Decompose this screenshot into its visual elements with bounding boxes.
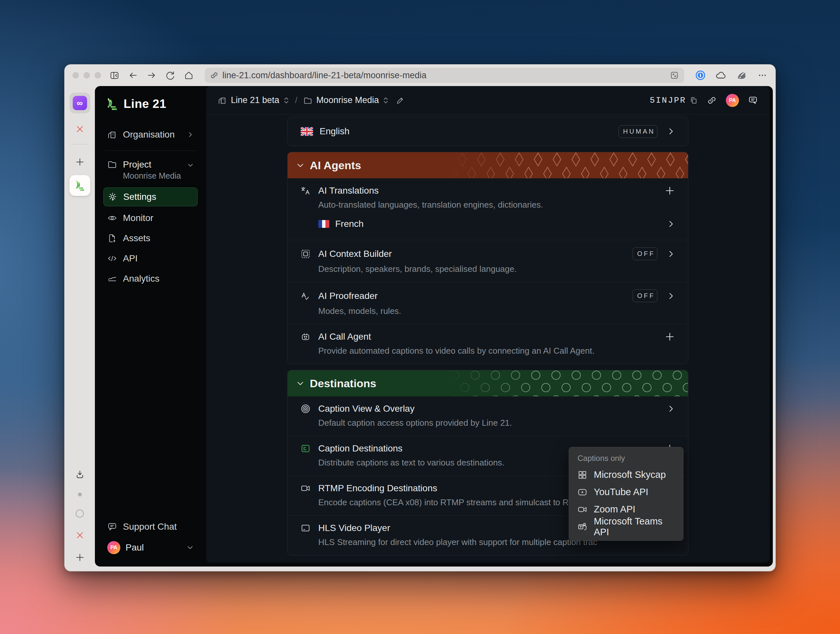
breadcrumb-project[interactable]: Moonrise Media	[303, 95, 389, 105]
sidebar-item-support-chat[interactable]: Support Chat	[103, 518, 197, 535]
organisation-icon	[218, 96, 227, 105]
collapse-chevron-icon[interactable]	[296, 161, 305, 169]
destinations-section-header[interactable]: Destinations	[287, 370, 688, 396]
setting-row-ai-proofreader[interactable]: AI Proofreader OFF Modes, models, rules.	[287, 282, 688, 324]
tabstrip-dot-indicator	[78, 492, 82, 497]
ai-agents-card: AI Agents AI Translations Auto-translate…	[287, 152, 688, 364]
setting-subtitle: Default caption access options provided …	[318, 418, 675, 428]
sidebar-item-analytics[interactable]: Analytics	[103, 270, 197, 287]
section-title: AI Agents	[310, 159, 361, 172]
select-chevrons-icon	[283, 97, 289, 104]
sidebar-project-selector[interactable]: Project Moonrise Media	[103, 159, 197, 181]
sidebar-item-label: Support Chat	[123, 522, 177, 532]
tabstrip-circle-button[interactable]	[76, 509, 84, 517]
forward-icon[interactable]	[147, 70, 156, 80]
off-badge: OFF	[633, 248, 657, 260]
edit-pencil-icon[interactable]	[396, 96, 404, 105]
proofreader-icon	[301, 291, 310, 301]
language-row-french[interactable]: French	[318, 216, 675, 232]
menu-item-zoom-api[interactable]: Zoom API	[569, 501, 683, 518]
downloads-icon[interactable]	[75, 470, 85, 479]
privacy-badger-icon[interactable]	[736, 70, 747, 81]
chevron-down-icon	[187, 162, 194, 169]
window-zoom-button[interactable]	[95, 72, 101, 79]
ai-agents-section-header[interactable]: AI Agents	[287, 152, 688, 178]
project-name: Moonrise Media	[123, 171, 181, 181]
menu-item-label: Zoom API	[594, 504, 635, 515]
setting-title: AI Call Agent	[318, 331, 371, 342]
sidebar-user-menu[interactable]: PA Paul	[103, 538, 197, 557]
copy-icon[interactable]	[689, 96, 698, 105]
chevron-right-icon[interactable]	[667, 220, 675, 228]
menu-item-label: YouTube API	[594, 487, 648, 497]
language-label: English	[320, 126, 350, 137]
project-header: Line 21 beta / Moonrise Media 5INJPR	[206, 86, 770, 115]
sidebar-item-settings[interactable]: Settings	[103, 188, 197, 207]
setting-row-caption-view-overlay[interactable]: Caption View & Overlay Default caption a…	[287, 396, 688, 436]
setting-title: AI Context Builder	[318, 249, 392, 259]
close-tab-icon[interactable]	[75, 125, 84, 134]
breadcrumb-project-label: Moonrise Media	[316, 95, 379, 105]
new-tab-icon-bottom[interactable]	[75, 553, 84, 562]
toggle-sidebar-icon[interactable]	[110, 70, 119, 80]
france-flag-icon	[318, 220, 329, 228]
caption-document-icon	[301, 444, 310, 453]
back-icon[interactable]	[128, 70, 138, 80]
sidebar-item-label: Settings	[123, 192, 156, 202]
active-tab-line21[interactable]	[69, 175, 90, 196]
reload-icon[interactable]	[165, 70, 175, 80]
main-panel: Line 21 beta / Moonrise Media 5INJPR	[206, 86, 770, 563]
menu-item-microsoft-skycap[interactable]: Microsoft Skycap	[569, 466, 683, 483]
onepassword-icon[interactable]	[695, 70, 706, 80]
chevron-right-icon	[187, 131, 194, 138]
sidebar-item-api[interactable]: API	[103, 250, 197, 267]
folder-icon	[107, 159, 117, 169]
human-badge: HUMAN	[619, 125, 657, 138]
setting-subtitle: Auto-translated languages, translation e…	[318, 200, 675, 210]
sidebar-item-label: Organisation	[123, 129, 175, 140]
setting-title: Caption View & Overlay	[318, 404, 414, 414]
chevron-right-icon[interactable]	[667, 292, 675, 300]
menu-item-microsoft-teams-api[interactable]: Microsoft Teams API	[569, 518, 683, 535]
address-bar[interactable]: line-21.com/dashboard/line-21-beta/moonr…	[205, 68, 684, 83]
setting-row-ai-context-builder[interactable]: AI Context Builder OFF Description, spea…	[287, 240, 688, 282]
setting-subtitle: Provide automated captions to video call…	[318, 346, 675, 356]
sidebar-item-monitor[interactable]: Monitor	[103, 210, 197, 227]
share-link-icon[interactable]	[707, 96, 717, 105]
chevron-right-icon[interactable]	[667, 250, 675, 258]
more-menu-icon[interactable]	[757, 70, 767, 80]
window-close-button[interactable]	[73, 72, 79, 79]
home-icon[interactable]	[184, 70, 194, 80]
close-tab-icon-bottom[interactable]	[75, 531, 84, 540]
menu-item-youtube-api[interactable]: YouTube API	[569, 483, 683, 501]
chevron-right-icon[interactable]	[667, 405, 675, 413]
add-button[interactable]	[665, 331, 675, 342]
new-tab-icon[interactable]	[75, 158, 84, 167]
add-button[interactable]	[665, 186, 675, 196]
sidebar-divider	[105, 151, 196, 151]
menu-item-label: Microsoft Skycap	[594, 469, 666, 480]
chevron-right-icon[interactable]	[667, 128, 675, 135]
sidebar-item-assets[interactable]: Assets	[103, 230, 197, 247]
header-avatar[interactable]: PA	[726, 94, 739, 107]
languages-card: English HUMAN	[287, 117, 688, 146]
app-sidebar: Line 21 Organisation Project Moonrise Me…	[95, 86, 206, 566]
sidebar-item-label: Assets	[123, 233, 150, 243]
feedback-chat-icon[interactable]	[748, 96, 758, 105]
video-player-icon	[301, 523, 310, 533]
cloud-icon[interactable]	[715, 70, 726, 81]
language-row-english[interactable]: English HUMAN	[287, 117, 688, 146]
line21-tab-logo-icon	[73, 179, 87, 192]
extensions-icon[interactable]	[670, 71, 679, 80]
video-camera-icon	[578, 505, 587, 514]
project-code: 5INJPR	[650, 96, 686, 105]
setting-row-ai-call-agent[interactable]: AI Call Agent Provide automated captions…	[287, 324, 688, 364]
collapse-chevron-icon[interactable]	[296, 379, 305, 388]
purple-app-tab-icon[interactable]: ∞	[73, 96, 87, 110]
window-minimize-button[interactable]	[84, 72, 90, 79]
breadcrumb-org[interactable]: Line 21 beta	[218, 95, 289, 105]
setting-title: AI Translations	[318, 186, 379, 196]
sidebar-item-organisation[interactable]: Organisation	[103, 126, 197, 143]
setting-row-ai-translations[interactable]: AI Translations Auto-translated language…	[287, 178, 688, 240]
url-text: line-21.com/dashboard/line-21-beta/moonr…	[223, 70, 426, 80]
